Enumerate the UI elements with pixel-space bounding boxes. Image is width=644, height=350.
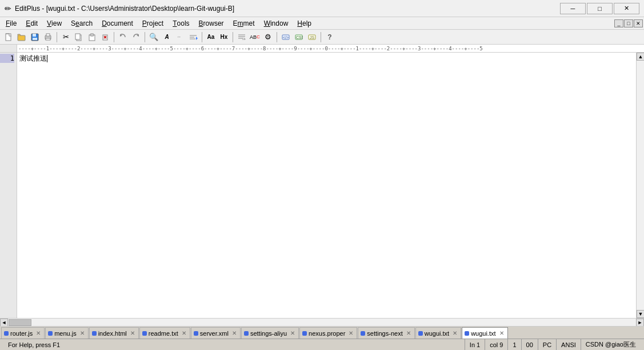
case-toggle-button[interactable]: Aa [205, 31, 217, 43]
tab-close-menu-js[interactable]: ✕ [79, 330, 86, 336]
tab-dot [244, 331, 249, 336]
tab-wugui-txt-2[interactable]: wugui.txt ✕ [462, 327, 507, 339]
status-pc-text: PC [543, 341, 551, 348]
tab-router-js[interactable]: router.js ✕ [1, 327, 45, 339]
spellcheck-button[interactable]: ABC [249, 31, 261, 43]
print-button[interactable] [42, 31, 54, 43]
status-user-text: CSDN @giao医生 [586, 340, 636, 349]
svg-rect-0 [6, 34, 11, 41]
menu-edit[interactable]: Edit [21, 17, 42, 29]
tab-label: settings-next [367, 330, 402, 337]
tab-label: wugui.txt [425, 330, 449, 337]
status-help: For Help, press F1 [3, 339, 465, 350]
toolbar-sep-1 [57, 32, 57, 42]
status-extra-text: 00 [526, 341, 533, 348]
menu-bar: File Edit View Search Document Project T… [0, 17, 644, 30]
tab-close-nexus-proper[interactable]: ✕ [347, 330, 354, 336]
redo-button[interactable] [130, 31, 142, 43]
css-toolbar-button[interactable]: CSS [293, 31, 305, 43]
hscroll-track[interactable] [8, 319, 636, 326]
tab-settings-aliyu[interactable]: settings-aliyu ✕ [241, 327, 299, 339]
tab-close-wugui-txt-2[interactable]: ✕ [498, 330, 505, 336]
copy-button[interactable] [73, 31, 85, 43]
scroll-down-button[interactable]: ▼ [637, 310, 644, 318]
svg-rect-12 [90, 34, 94, 36]
status-pc: PC [538, 339, 557, 350]
mdi-restore-button[interactable]: □ [624, 19, 633, 27]
tab-dot [194, 331, 198, 336]
find-button[interactable]: 🔍 [147, 31, 160, 43]
goto-button[interactable] [187, 31, 199, 43]
mdi-minimize-button[interactable]: _ [614, 19, 623, 27]
tab-close-router-js[interactable]: ✕ [35, 330, 42, 336]
wordwrap-button[interactable] [235, 31, 248, 43]
tab-readme-txt[interactable]: readme.txt ✕ [139, 327, 190, 339]
tab-wugui-txt-1[interactable]: wugui.txt ✕ [415, 327, 461, 339]
tab-close-index-html[interactable]: ✕ [129, 330, 136, 336]
undo-button[interactable] [117, 31, 129, 43]
hscroll-thumb[interactable] [9, 319, 31, 326]
svg-text:CSS: CSS [296, 35, 303, 39]
paste-button[interactable] [86, 31, 98, 43]
tab-label: wugui.txt [471, 330, 495, 337]
menu-help[interactable]: Help [293, 17, 316, 29]
js-toolbar-button[interactable]: JS [306, 31, 318, 43]
status-sel-text: 1 [513, 341, 516, 348]
scroll-right-button[interactable]: ► [636, 319, 644, 327]
tab-close-settings-aliyu[interactable]: ✕ [289, 330, 296, 336]
restore-button[interactable]: □ [587, 3, 613, 14]
tab-settings-next[interactable]: settings-next ✕ [358, 327, 414, 339]
status-bar: For Help, press F1 In 1 col 9 1 00 PC AN… [0, 339, 644, 350]
minimize-button[interactable]: ─ [560, 3, 586, 14]
svg-text:↔: ↔ [177, 34, 181, 39]
tab-index-html[interactable]: index.html ✕ [89, 327, 139, 339]
tab-label: settings-aliyu [250, 330, 287, 337]
toolbar-sep-7 [321, 32, 321, 42]
scroll-track[interactable] [637, 61, 644, 310]
status-user: CSDN @giao医生 [581, 339, 641, 350]
menu-search[interactable]: Search [66, 17, 97, 29]
tab-close-settings-next[interactable]: ✕ [405, 330, 412, 336]
editor-area[interactable]: 测试推送 [17, 53, 636, 318]
open-file-button[interactable] [15, 31, 28, 43]
tab-bar: router.js ✕ menu.js ✕ index.html ✕ readm… [0, 326, 644, 339]
cut-button[interactable]: ✂ [59, 31, 72, 43]
replace-button[interactable]: ↔ [174, 31, 186, 43]
status-encoding: ANSI [557, 339, 581, 350]
settings-button[interactable]: ⚙ [262, 31, 274, 43]
hex-button[interactable]: Hx [218, 31, 230, 43]
menu-file[interactable]: File [1, 17, 21, 29]
save-button[interactable] [29, 31, 41, 43]
scroll-up-button[interactable]: ▲ [637, 53, 644, 61]
find-next-button[interactable]: A [161, 31, 173, 43]
tab-server-xml[interactable]: server.xml ✕ [191, 327, 241, 339]
tab-dot [361, 331, 365, 336]
html-toolbar-button[interactable]: </> [279, 31, 292, 43]
tab-menu-js[interactable]: menu.js ✕ [45, 327, 89, 339]
menu-tools[interactable]: Tools [168, 17, 194, 29]
delete-button[interactable] [99, 31, 111, 43]
vertical-scrollbar[interactable]: ▲ ▼ [636, 53, 644, 318]
help-toolbar-button[interactable]: ? [323, 31, 336, 43]
status-extra: 00 [522, 339, 538, 350]
tab-dot [418, 331, 423, 336]
horizontal-scrollbar[interactable]: ◄ ► [0, 318, 644, 326]
new-button[interactable] [2, 31, 15, 43]
status-help-text: For Help, press F1 [8, 341, 60, 348]
menu-window[interactable]: Window [259, 17, 293, 29]
tab-close-wugui-txt-1[interactable]: ✕ [451, 330, 458, 336]
tab-nexus-proper[interactable]: nexus.proper ✕ [299, 327, 357, 339]
menu-browser[interactable]: Browser [194, 17, 229, 29]
mdi-close-button[interactable]: ✕ [634, 19, 643, 27]
menu-project[interactable]: Project [138, 17, 168, 29]
tab-close-readme-txt[interactable]: ✕ [181, 330, 187, 336]
toolbar-sep-6 [277, 32, 277, 42]
scroll-left-button[interactable]: ◄ [0, 319, 8, 327]
tab-close-server-xml[interactable]: ✕ [231, 330, 238, 336]
close-button[interactable]: ✕ [614, 3, 639, 14]
toolbar-sep-2 [114, 32, 114, 42]
tab-label: router.js [10, 330, 33, 337]
menu-document[interactable]: Document [97, 17, 138, 29]
menu-emmet[interactable]: Emmet [229, 17, 259, 29]
menu-view[interactable]: View [42, 17, 66, 29]
